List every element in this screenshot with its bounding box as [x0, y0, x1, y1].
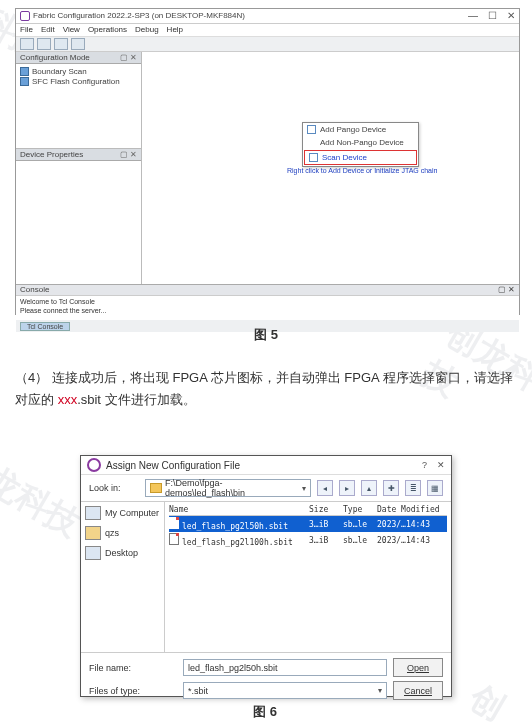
context-menu: Add Pango Device Add Non-Pango Device Sc…	[302, 122, 419, 167]
file-name: led_flash_pg2l50h.sbit	[182, 522, 288, 531]
menu-debug[interactable]: Debug	[135, 24, 159, 36]
nav-forward-icon[interactable]: ▸	[339, 480, 355, 496]
col-size: Size	[309, 505, 343, 514]
lookin-label: Look in:	[89, 483, 139, 493]
panel-close-icon[interactable]: ▢ ✕	[498, 285, 515, 295]
instruction-paragraph: （4） 连接成功后，将出现 FPGA 芯片图标，并自动弹出 FPGA 程序选择窗…	[15, 367, 518, 411]
menu-item-label: Add Pango Device	[320, 125, 386, 134]
para-xxx: xxx	[58, 392, 78, 407]
app-logo-icon	[20, 11, 30, 21]
file-row-selected[interactable]: led_flash_pg2l50h.sbit 3…iB sb…le 2023/……	[169, 516, 447, 532]
folder-icon	[150, 483, 162, 493]
file-icon	[169, 517, 179, 529]
col-name: Name	[169, 505, 309, 514]
panel-header-config-mode: Configuration Mode ▢ ✕	[16, 52, 141, 64]
checkbox-icon	[309, 153, 318, 162]
toolbar	[16, 37, 519, 52]
console-line: Welcome to Tcl Console	[20, 297, 515, 306]
watermark: 创	[461, 675, 513, 725]
tree-label: SFC Flash Configuration	[32, 77, 120, 86]
file-name: led_flash_pg2l100h.sbit	[182, 538, 293, 547]
panel-title: Configuration Mode	[20, 53, 90, 62]
menu-help[interactable]: Help	[167, 24, 183, 36]
figure-caption-5: 图 5	[0, 326, 532, 344]
menu-view[interactable]: View	[63, 24, 80, 36]
col-date: Date Modified	[377, 505, 447, 514]
window-title: Fabric Configuration 2022.2-SP3 (on DESK…	[33, 9, 245, 23]
menu-edit[interactable]: Edit	[41, 24, 55, 36]
file-date: 2023/…14:43	[377, 536, 447, 545]
cube-icon	[20, 77, 29, 86]
file-list: Name Size Type Date Modified led_flash_p…	[165, 502, 451, 652]
watermark: 创龙科技	[0, 439, 88, 547]
place-qzs[interactable]: qzs	[85, 526, 160, 540]
col-type: Type	[343, 505, 377, 514]
file-date: 2023/…14:43	[377, 520, 447, 529]
assign-config-file-dialog: Assign New Configuration File ? ✕ Look i…	[80, 455, 452, 697]
place-label: qzs	[105, 528, 119, 538]
dialog-title: Assign New Configuration File	[106, 460, 240, 471]
place-label: Desktop	[105, 548, 138, 558]
fabric-config-window: Fabric Configuration 2022.2-SP3 (on DESK…	[15, 8, 520, 315]
tree-item-sfc-flash[interactable]: SFC Flash Configuration	[20, 77, 137, 86]
close-icon[interactable]: ✕	[437, 460, 445, 470]
console-header: Console ▢ ✕	[16, 284, 519, 295]
lookin-combo[interactable]: F:\Demo\fpga-demos\led_flash\bin ▾	[145, 479, 311, 497]
console-title: Console	[20, 285, 49, 295]
file-icon	[169, 533, 179, 545]
file-size: 3…iB	[309, 520, 343, 529]
maximize-icon[interactable]: ☐	[488, 9, 497, 23]
view-detail-icon[interactable]: ▦	[427, 480, 443, 496]
panel-close-icon[interactable]: ▢ ✕	[120, 150, 137, 159]
place-desktop[interactable]: Desktop	[85, 546, 160, 560]
canvas-hint-text: Right click to Add Device or Initialize …	[287, 167, 437, 174]
lookin-path: F:\Demo\fpga-demos\led_flash\bin	[165, 478, 302, 498]
user-folder-icon	[85, 526, 101, 540]
device-properties-panel	[16, 161, 141, 284]
chevron-down-icon: ▾	[302, 484, 306, 493]
nav-back-icon[interactable]: ◂	[317, 480, 333, 496]
filetype-combo[interactable]: *.sbit▾	[183, 682, 387, 699]
places-sidebar: My Computer qzs Desktop	[81, 502, 165, 652]
toolbar-button[interactable]	[71, 38, 85, 50]
place-label: My Computer	[105, 508, 159, 518]
view-list-icon[interactable]: ≣	[405, 480, 421, 496]
para-text: .sbit 文件进行加载。	[77, 392, 195, 407]
panel-close-icon[interactable]: ▢ ✕	[120, 53, 137, 62]
file-list-header[interactable]: Name Size Type Date Modified	[169, 504, 447, 516]
menu-bar: File Edit View Operations Debug Help	[16, 24, 519, 37]
toolbar-button[interactable]	[54, 38, 68, 50]
window-titlebar[interactable]: Fabric Configuration 2022.2-SP3 (on DESK…	[16, 9, 519, 24]
new-folder-icon[interactable]: ✚	[383, 480, 399, 496]
close-icon[interactable]: ✕	[507, 9, 515, 23]
help-icon[interactable]: ?	[422, 460, 427, 470]
nav-up-icon[interactable]: ▴	[361, 480, 377, 496]
dialog-titlebar[interactable]: Assign New Configuration File ? ✕	[81, 456, 451, 475]
filetype-value: *.sbit	[188, 686, 208, 696]
cube-icon	[20, 67, 29, 76]
panel-header-device-props: Device Properties ▢ ✕	[16, 149, 141, 161]
tree-label: Boundary Scan	[32, 67, 87, 76]
desktop-icon	[85, 546, 101, 560]
filename-input[interactable]: led_flash_pg2l50h.sbit	[183, 659, 387, 676]
file-row[interactable]: led_flash_pg2l100h.sbit 3…iB sb…le 2023/…	[169, 532, 447, 548]
console-line: Please connect the server...	[20, 306, 515, 315]
open-button[interactable]: Open	[393, 658, 443, 677]
menu-item-label: Add Non-Pango Device	[320, 138, 404, 147]
tree-item-boundary-scan[interactable]: Boundary Scan	[20, 67, 137, 76]
figure-caption-6: 图 6	[80, 703, 450, 721]
checkbox-icon	[307, 125, 316, 134]
place-my-computer[interactable]: My Computer	[85, 506, 160, 520]
cancel-button[interactable]: Cancel	[393, 681, 443, 700]
menu-item-scan-device[interactable]: Scan Device	[304, 150, 417, 165]
minimize-icon[interactable]: —	[468, 9, 478, 23]
config-mode-tree: Boundary Scan SFC Flash Configuration	[16, 64, 141, 149]
filename-value: led_flash_pg2l50h.sbit	[188, 663, 278, 673]
toolbar-button[interactable]	[37, 38, 51, 50]
menu-item-add-non-pango[interactable]: Add Non-Pango Device	[303, 136, 418, 149]
menu-operations[interactable]: Operations	[88, 24, 127, 36]
menu-file[interactable]: File	[20, 24, 33, 36]
menu-item-add-pango[interactable]: Add Pango Device	[303, 123, 418, 136]
main-canvas[interactable]: Add Pango Device Add Non-Pango Device Sc…	[142, 52, 519, 284]
toolbar-button[interactable]	[20, 38, 34, 50]
